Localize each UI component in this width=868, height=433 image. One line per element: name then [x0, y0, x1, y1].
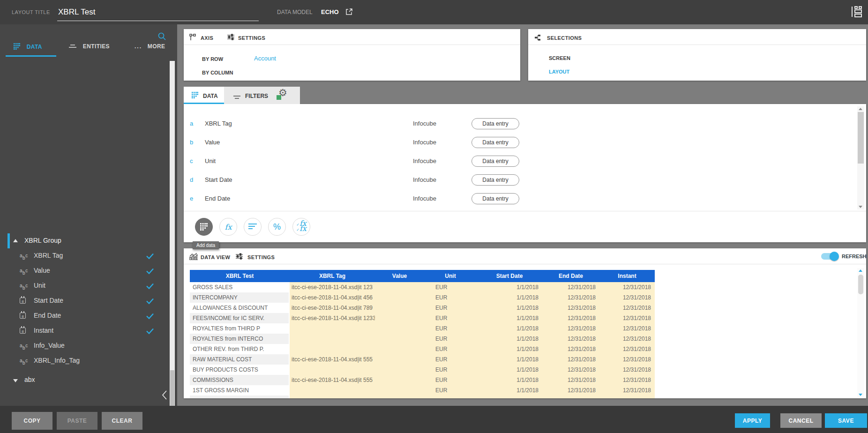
sort-button[interactable]	[244, 218, 262, 236]
field-row-start-date[interactable]: dStart DateInfocubeData entry	[184, 171, 849, 189]
tree-item-xbrl-tag[interactable]: abcXBRL Tag	[0, 248, 167, 263]
scrollbar-thumb[interactable]	[858, 275, 863, 294]
field-row-end-date[interactable]: eEnd DateInfocubeData entry	[184, 189, 849, 208]
column-header-value[interactable]: Value	[375, 270, 424, 282]
data-entry-button[interactable]: Data entry	[471, 118, 519, 129]
cell: ROYALTIES from INTERCO	[190, 334, 290, 344]
table-row-salaries[interactable]: SALARIESitcc-ci-ese-2018-11-04.xsd|it 99…	[190, 396, 655, 398]
scroll-up-icon[interactable]	[859, 269, 862, 272]
tree-item-label: Start Date	[34, 297, 63, 304]
scroll-up-icon[interactable]	[859, 108, 862, 110]
column-header-end-date[interactable]: End Date	[542, 270, 599, 282]
field-row-value[interactable]: bValueInfocubeData entry	[184, 133, 849, 152]
field-letter: e	[190, 195, 193, 202]
tree-item-unit[interactable]: abcUnit	[0, 278, 167, 293]
layout-title-input[interactable]	[57, 3, 259, 21]
table-row-allowances-discount[interactable]: ALLOWANCES & DISCOUNTitcc-ci-ese-2018-11…	[190, 303, 655, 313]
table-row-royalties-from-interco[interactable]: ROYALTIES from INTERCOEUR1/1/201812/31/2…	[190, 334, 655, 344]
field-name: End Date	[205, 195, 230, 202]
paste-button[interactable]: PASTE	[57, 412, 97, 430]
cancel-button[interactable]: CANCEL	[780, 413, 822, 428]
selections-screen-link[interactable]: SCREEN	[549, 55, 570, 61]
formula-check-button[interactable]: ✓fx✓fx	[292, 218, 310, 236]
refresh-toggle[interactable]	[821, 253, 838, 260]
data-view-scrollbar[interactable]	[857, 268, 864, 397]
scroll-down-icon[interactable]	[859, 394, 862, 396]
column-header-xbrl-test[interactable]: XBRL Test	[190, 270, 290, 282]
table-row-royalties-from-third-p[interactable]: ROYALTIES from THIRD PEUR1/1/201812/31/2…	[190, 323, 655, 334]
external-link-icon[interactable]	[345, 8, 353, 15]
clear-button[interactable]: CLEAR	[102, 412, 142, 430]
table-row-1st-gross-margin[interactable]: 1ST GROSS MARGINEUR1/1/201812/31/201812/…	[190, 385, 655, 396]
collapse-triangle-icon[interactable]	[13, 239, 18, 242]
add-data-button[interactable]	[195, 218, 213, 236]
tree-item-xbrl-info-tag[interactable]: abcXBRL_Info_Tag	[0, 353, 167, 368]
data-entry-button[interactable]: Data entry	[471, 137, 519, 148]
percent-button[interactable]: %	[268, 218, 286, 236]
green-block-icon	[277, 95, 281, 100]
copy-button[interactable]: COPY	[12, 412, 52, 430]
sidebar-tab-more[interactable]: ... MORE	[135, 43, 165, 56]
column-header-unit[interactable]: Unit	[424, 270, 477, 282]
field-row-xbrl-tag[interactable]: aXBRL TagInfocubeData entry	[184, 114, 849, 133]
field-row-unit[interactable]: cUnitInfocubeData entry	[184, 152, 849, 171]
check-icon	[146, 283, 154, 291]
cell	[375, 292, 424, 303]
apply-button[interactable]: APPLY	[735, 413, 770, 428]
sidebar-tab-entities-label: ENTITIES	[83, 43, 110, 50]
tree-item-end-date[interactable]: 8End Date	[0, 308, 167, 323]
save-button[interactable]: SAVE	[825, 413, 867, 428]
data-entry-button[interactable]: Data entry	[471, 156, 519, 167]
table-row-buy-products-costs[interactable]: BUY PRODUCTS COSTSEUR1/1/201812/31/20181…	[190, 365, 655, 375]
by-row-value[interactable]: Account	[254, 55, 276, 62]
table-row-intercompany[interactable]: INTERCOMPANYitcc-ci-ese-2018-11-04.xsd|i…	[190, 292, 655, 303]
tab-axis-settings[interactable]: SETTINGS	[238, 35, 265, 41]
layout-settings-gear-icon[interactable]: ⚙	[275, 87, 292, 104]
tab-filters[interactable]: FILTERS ⚙	[224, 87, 300, 104]
tab-data-view-settings[interactable]: SETTINGS	[247, 254, 275, 260]
tree-item-value[interactable]: abcValue	[0, 263, 167, 278]
data-entry-button[interactable]: Data entry	[471, 193, 519, 204]
scroll-down-icon[interactable]	[859, 206, 862, 208]
sidebar-scrollbar[interactable]	[170, 61, 175, 411]
field-source: Infocube	[413, 157, 436, 164]
layout-designer-icon[interactable]	[850, 6, 862, 17]
sidebar-tab-data[interactable]: DATA	[14, 43, 42, 56]
search-icon[interactable]	[157, 32, 166, 41]
cell: INTERCOMPANY	[190, 292, 290, 303]
cell	[375, 282, 424, 292]
tree-item-start-date[interactable]: 8Start Date	[0, 293, 167, 308]
data-panel-scrollbar[interactable]	[857, 106, 864, 209]
tree-group-xbrl-group[interactable]: XBRL Group	[0, 233, 167, 248]
table-row-gross-sales[interactable]: GROSS SALESitcc-ci-ese-2018-11-04.xsd|it…	[190, 282, 655, 292]
cell: FEES/INCOME for IC SERV.	[190, 313, 290, 323]
column-header-start-date[interactable]: Start Date	[477, 270, 542, 282]
tree-item-info-value[interactable]: abcInfo_Value	[0, 338, 167, 353]
cell: EUR	[424, 303, 477, 313]
tab-axis[interactable]: AXIS	[201, 35, 213, 41]
cell: 12/31/2018	[599, 334, 655, 344]
cell: 12/31/2018	[542, 313, 599, 323]
toggle-knob[interactable]	[830, 252, 839, 261]
grid-icon	[192, 92, 198, 100]
table-row-raw-material-cost[interactable]: RAW MATERIAL COSTitcc-ci-ese-2018-11-04.…	[190, 354, 655, 365]
tree-item-instant[interactable]: 8Instant	[0, 323, 167, 338]
table-row-commissions[interactable]: COMMISSIONSitcc-ci-ese-2018-11-04.xsd|it…	[190, 375, 655, 385]
expand-triangle-icon[interactable]	[13, 379, 18, 382]
formula-button[interactable]: fx	[219, 218, 237, 236]
collapse-sidebar-icon[interactable]	[161, 390, 169, 400]
scrollbar-thumb[interactable]	[170, 370, 174, 411]
tab-data-view[interactable]: DATA VIEW	[201, 254, 230, 260]
table-row-other-rev-from-third-p[interactable]: OTHER REV. from THIRD P.EUR1/1/201812/31…	[190, 344, 655, 354]
cell: 12/31/2018	[542, 344, 599, 354]
sidebar-tab-entities[interactable]: ENTITIES	[69, 43, 110, 56]
column-header-instant[interactable]: Instant	[599, 270, 655, 282]
scrollbar-thumb[interactable]	[858, 112, 864, 164]
column-header-xbrl-tag[interactable]: XBRL Tag	[290, 270, 375, 282]
table-row-fees-income-for-ic-serv[interactable]: FEES/INCOME for IC SERV.itcc-ci-ese-2018…	[190, 313, 655, 323]
tab-data[interactable]: DATA	[184, 87, 224, 104]
data-entry-button[interactable]: Data entry	[471, 174, 519, 186]
cell: 12/31/2018	[542, 334, 599, 344]
selections-layout-link[interactable]: LAYOUT	[549, 69, 569, 75]
tree-group-abx[interactable]: abx	[0, 373, 167, 387]
